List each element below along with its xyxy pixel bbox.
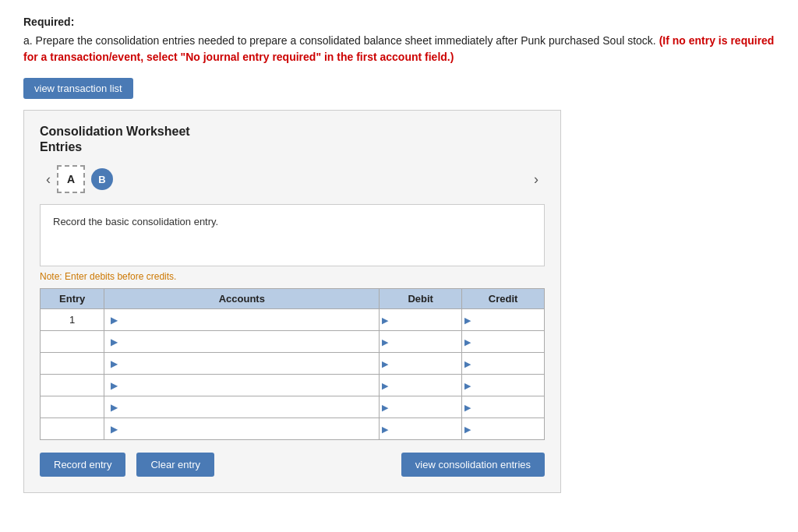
clear-entry-button[interactable]: Clear entry <box>136 453 214 477</box>
instruction-text: a. Prepare the consolidation entries nee… <box>23 33 775 65</box>
col-header-entry: Entry <box>41 289 104 309</box>
tab-b[interactable]: B <box>91 168 113 190</box>
credit-cell[interactable]: ▶ <box>462 396 545 418</box>
entry-description-box: Record the basic consolidation entry. <box>40 204 545 266</box>
credit-cell[interactable]: ▶ <box>462 418 545 440</box>
buttons-row: Record entry Clear entry view consolidat… <box>40 453 545 477</box>
entry-cell <box>41 353 104 375</box>
accounts-arrow-icon: ▶ <box>111 315 118 326</box>
nav-next-arrow[interactable]: › <box>528 171 545 188</box>
credit-arrow-icon: ▶ <box>464 315 471 325</box>
accounts-arrow-icon: ▶ <box>111 380 118 391</box>
worksheet-title-line2: Entries <box>40 140 545 154</box>
credit-cell[interactable]: ▶ <box>462 331 545 353</box>
accounts-arrow-icon: ▶ <box>111 336 118 347</box>
debit-arrow-icon: ▶ <box>382 358 388 368</box>
credit-arrow-icon: ▶ <box>464 336 471 347</box>
required-label: Required: <box>23 16 775 28</box>
accounts-cell[interactable]: ▶ <box>104 309 380 331</box>
debit-cell[interactable]: ▶ <box>380 353 462 375</box>
view-transaction-button[interactable]: view transaction list <box>23 78 133 99</box>
col-header-credit: Credit <box>462 289 545 309</box>
debit-cell[interactable]: ▶ <box>380 331 462 353</box>
col-header-debit: Debit <box>380 289 462 309</box>
col-header-accounts: Accounts <box>104 289 380 309</box>
entry-cell <box>41 396 104 418</box>
table-row: ▶ ▶ ▶ <box>41 353 545 375</box>
accounts-cell[interactable]: ▶ <box>104 331 380 353</box>
accounts-cell[interactable]: ▶ <box>104 353 380 375</box>
table-row: ▶ ▶ ▶ <box>41 418 545 440</box>
accounts-arrow-icon: ▶ <box>111 424 118 435</box>
debit-arrow-icon: ▶ <box>382 380 388 390</box>
entry-table: Entry Accounts Debit Credit 1 ▶ ▶ <box>40 288 545 440</box>
debit-arrow-icon: ▶ <box>382 424 388 434</box>
credit-arrow-icon: ▶ <box>464 358 471 368</box>
table-row: ▶ ▶ ▶ <box>41 375 545 396</box>
debit-arrow-icon: ▶ <box>382 336 388 347</box>
accounts-arrow-icon: ▶ <box>111 402 118 413</box>
record-entry-button[interactable]: Record entry <box>40 453 125 477</box>
entry-cell <box>41 375 104 396</box>
note-text: Note: Enter debits before credits. <box>40 271 545 282</box>
debit-cell[interactable]: ▶ <box>380 396 462 418</box>
entry-cell <box>41 331 104 353</box>
debit-cell[interactable]: ▶ <box>380 375 462 396</box>
tabs-row: ‹ A B › <box>40 165 545 193</box>
tab-a[interactable]: A <box>57 165 85 193</box>
view-consolidation-button[interactable]: view consolidation entries <box>401 453 545 477</box>
credit-arrow-icon: ▶ <box>464 402 471 412</box>
table-row: 1 ▶ ▶ ▶ <box>41 309 545 331</box>
table-row: ▶ ▶ ▶ <box>41 396 545 418</box>
debit-cell[interactable]: ▶ <box>380 309 462 331</box>
worksheet-title-line1: Consolidation Worksheet <box>40 125 545 139</box>
entry-cell <box>41 418 104 440</box>
debit-arrow-icon: ▶ <box>382 402 388 412</box>
accounts-cell[interactable]: ▶ <box>104 396 380 418</box>
credit-cell[interactable]: ▶ <box>462 309 545 331</box>
accounts-cell[interactable]: ▶ <box>104 375 380 396</box>
credit-arrow-icon: ▶ <box>464 380 471 390</box>
table-row: ▶ ▶ ▶ <box>41 331 545 353</box>
credit-cell[interactable]: ▶ <box>462 375 545 396</box>
accounts-cell[interactable]: ▶ <box>104 418 380 440</box>
credit-arrow-icon: ▶ <box>464 424 471 434</box>
nav-prev-arrow[interactable]: ‹ <box>40 171 57 188</box>
instruction-line1: a. Prepare the consolidation entries nee… <box>23 34 656 47</box>
entry-cell: 1 <box>41 309 104 331</box>
entry-description-text: Record the basic consolidation entry. <box>53 216 218 227</box>
accounts-arrow-icon: ▶ <box>111 358 118 369</box>
credit-cell[interactable]: ▶ <box>462 353 545 375</box>
debit-cell[interactable]: ▶ <box>380 418 462 440</box>
debit-arrow-icon: ▶ <box>382 315 388 325</box>
worksheet-container: Consolidation Worksheet Entries ‹ A B › … <box>23 110 561 493</box>
